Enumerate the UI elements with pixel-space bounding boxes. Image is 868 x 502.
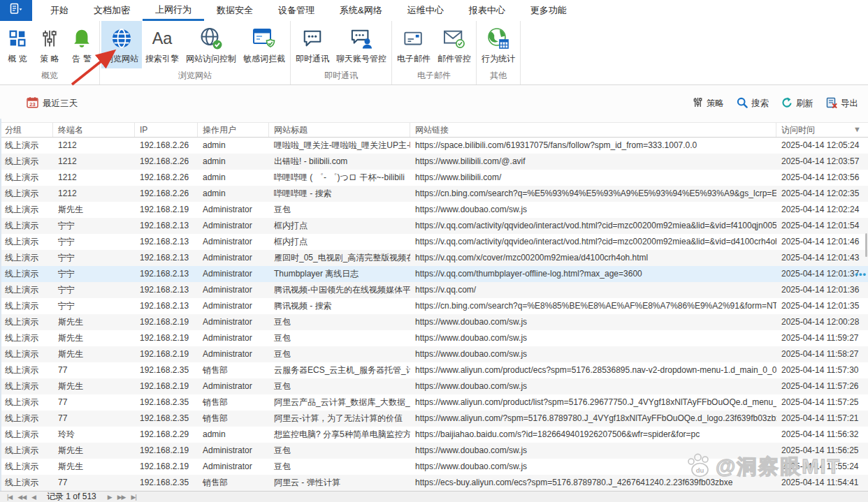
ribbon-button-email-control[interactable]: 邮件管控 (434, 21, 475, 68)
filter-bar: 23 最近三天 策略搜索刷新导出 (0, 85, 868, 122)
column-header-group[interactable]: 分组 (0, 123, 53, 137)
ribbon-button-behavior-statistics[interactable]: 行为统计 (478, 21, 519, 68)
search-label: 搜索 (751, 98, 769, 110)
ribbon-button-policy[interactable]: 策 略 (34, 21, 66, 68)
table-row[interactable]: 线上演示77192.168.2.35销售部云服务器ECS_云主机_服务器托管_计… (0, 362, 868, 378)
cell-ip: 192.168.2.26 (135, 170, 198, 186)
cell-group: 线上演示 (0, 427, 53, 443)
menu-tab-start[interactable]: 开始 (38, 0, 81, 21)
pager-next-page-button[interactable]: ▶▶ (117, 494, 126, 501)
table-row[interactable]: 线上演示宁宁192.168.2.13Administrator雁回时_05_电视… (0, 250, 868, 266)
menu-tabs: 开始文档加密上网行为数据安全设备管理系统&网络运维中心报表中心更多功能 (38, 0, 579, 21)
row-actions-dots[interactable]: ••• (855, 266, 867, 282)
menu-tab-data-security[interactable]: 数据安全 (204, 0, 266, 21)
menu-tab-more-features[interactable]: 更多功能 (518, 0, 579, 21)
table-row[interactable]: 线上演示宁宁192.168.2.13AdministratorThumbplay… (0, 266, 868, 282)
ribbon-button-search-engines[interactable]: Aa搜索引擎 (142, 21, 182, 68)
table-row[interactable]: 线上演示斯先生192.168.2.19Administrator豆包https:… (0, 346, 868, 362)
pager-first-button[interactable]: |◀ (7, 494, 12, 501)
table-row[interactable]: 线上演示斯先生192.168.2.19Administrator豆包https:… (0, 459, 868, 475)
pager-last-button[interactable]: ▶| (131, 494, 136, 501)
menu-tab-ops-center[interactable]: 运维中心 (395, 0, 456, 21)
cell-user: Administrator (198, 330, 269, 346)
ribbon-group: 行为统计其他 (477, 21, 521, 84)
ribbon-button-chat-account-control[interactable]: 聊天账号管控 (333, 21, 390, 68)
ribbon-button-instant-messaging[interactable]: 即时通讯 (292, 21, 333, 68)
cell-user: admin (198, 427, 269, 443)
menu-tab-report-center[interactable]: 报表中心 (456, 0, 518, 21)
table-row[interactable]: 线上演示宁宁192.168.2.13Administrator框内打点https… (0, 218, 868, 234)
ribbon-button-alerts[interactable]: 告 警 (66, 21, 98, 68)
table-row[interactable]: 线上演示77192.168.2.35销售部阿里云-计算，为了无法计算的价值htt… (0, 411, 868, 427)
cell-title: 云服务器ECS_云主机_服务器托管_计算-... (269, 362, 410, 378)
column-header-terminal[interactable]: 终端名 (53, 123, 135, 137)
table-row[interactable]: 线上演示1212192.168.2.26admin哔哩哔哩 ( ゜- ゜)つロ … (0, 170, 868, 186)
vertical-scrollbar-thumb[interactable] (865, 233, 867, 257)
table-row[interactable]: 线上演示宁宁192.168.2.13Administrator框内打点https… (0, 234, 868, 250)
table-row[interactable]: 线上演示宁宁192.168.2.13Administrator腾讯视频-中国领先… (0, 282, 868, 298)
pager-prev-button[interactable]: ◀ (31, 494, 36, 501)
column-header-url[interactable]: 网站链接 (410, 123, 776, 137)
cell-user: Administrator (198, 202, 269, 218)
cell-user: 销售部 (198, 362, 269, 378)
menu-tab-document-encryption[interactable]: 文档加密 (81, 0, 143, 21)
cell-ip: 192.168.2.26 (135, 138, 198, 154)
cell-group: 线上演示 (0, 314, 53, 330)
menu-tab-system-network[interactable]: 系统&网络 (327, 0, 395, 21)
column-header-ip[interactable]: IP (135, 123, 198, 137)
menu-tab-device-management[interactable]: 设备管理 (266, 0, 327, 21)
table-row[interactable]: 线上演示斯先生192.168.2.19Administrator豆包https:… (0, 314, 868, 330)
pager-next-button[interactable]: ▶ (108, 494, 112, 501)
cell-group: 线上演示 (0, 170, 53, 186)
cell-title: 框内打点 (269, 234, 410, 250)
cell-time: 2025-04-14 11:57:21 (776, 411, 868, 427)
table-row[interactable]: 线上演示斯先生192.168.2.19Administrator豆包https:… (0, 330, 868, 346)
table-row[interactable]: 线上演示宁宁192.168.2.13Administrator腾讯视频 - 搜索… (0, 298, 868, 314)
filter-dropdown-icon[interactable]: ▼ (853, 125, 861, 133)
ribbon-group-buttons: 行为统计 (478, 21, 519, 68)
cell-title: 出错啦! - bilibili.com (269, 154, 410, 170)
cell-url: https://baijiahao.baidu.com/s?id=1826649… (410, 427, 776, 443)
mail-control-icon (442, 24, 466, 52)
search-button[interactable]: 搜索 (737, 97, 769, 111)
table-row[interactable]: 线上演示斯先生192.168.2.19Administrator豆包https:… (0, 378, 868, 394)
refresh-button[interactable]: 刷新 (781, 97, 813, 111)
ribbon-button-sensitive-word-block[interactable]: 敏感词拦截 (240, 21, 289, 68)
ribbon-button-overview[interactable]: 概 览 (1, 21, 34, 68)
ribbon-button-label: 策 略 (40, 53, 59, 65)
cell-group: 线上演示 (0, 250, 53, 266)
ribbon-button-email[interactable]: 电子邮件 (393, 21, 434, 68)
pager-prev-page-button[interactable]: ◀◀ (17, 494, 26, 501)
column-header-user[interactable]: 操作用户 (198, 123, 269, 137)
table-row[interactable]: 线上演示玲玲192.168.2.29admin想监控电脑? 分享5种简单电脑监控… (0, 427, 868, 443)
ribbon-button-label: 聊天账号管控 (336, 53, 386, 65)
table-row[interactable]: 线上演示1212192.168.2.26admin出错啦! - bilibili… (0, 154, 868, 170)
menu-tab-internet-behavior[interactable]: 上网行为 (143, 0, 204, 21)
cell-time: 2025-04-14 12:05:24 (776, 138, 868, 154)
cell-url: https://v.qq.com/thumbplayer-offline-log… (410, 266, 776, 282)
policy-button[interactable]: 策略 (693, 97, 724, 110)
table-row[interactable]: 线上演示77192.168.2.35销售部阿里云产品_云计算_数据库_大数据_人… (0, 394, 868, 411)
ribbon-group-buttons: 即时通讯聊天账号管控 (292, 21, 390, 68)
behavior-stats-icon (487, 24, 509, 52)
ribbon-button-website-access-control[interactable]: 网站访问控制 (182, 21, 240, 68)
ribbon-button-browse-websites[interactable]: 浏览网站 (101, 21, 142, 68)
column-header-label: 终端名 (58, 124, 83, 136)
cell-ip: 192.168.2.35 (135, 475, 198, 491)
table-row[interactable]: 线上演示77192.168.2.35销售部阿里云 - 弹性计算https://e… (0, 475, 868, 491)
date-range-filter[interactable]: 23 最近三天 (27, 96, 78, 111)
table-row[interactable]: 线上演示1212192.168.2.26admin哩啦啦_哩关注-哩啦啦_哩关注… (0, 138, 868, 154)
ribbon-group: 概 览策 略告 警概览 (0, 21, 100, 84)
cell-ip: 192.168.2.19 (135, 202, 198, 218)
column-header-time[interactable]: 访问时间▼ (776, 123, 868, 137)
search-engine-icon: Aa (150, 24, 175, 52)
table-row[interactable]: 线上演示1212192.168.2.26admin哔哩哔哩 - 搜索https:… (0, 186, 868, 202)
export-label: 导出 (841, 98, 858, 110)
app-menu-button[interactable] (0, 0, 32, 21)
cell-terminal: 斯先生 (53, 346, 135, 362)
export-button[interactable]: 导出 (826, 97, 858, 111)
column-header-title[interactable]: 网站标题 (269, 123, 410, 137)
table-row[interactable]: 线上演示斯先生192.168.2.19Administrator豆包https:… (0, 202, 868, 218)
table-row[interactable]: 线上演示斯先生192.168.2.19Administrator豆包https:… (0, 443, 868, 459)
cell-user: 销售部 (198, 394, 269, 411)
